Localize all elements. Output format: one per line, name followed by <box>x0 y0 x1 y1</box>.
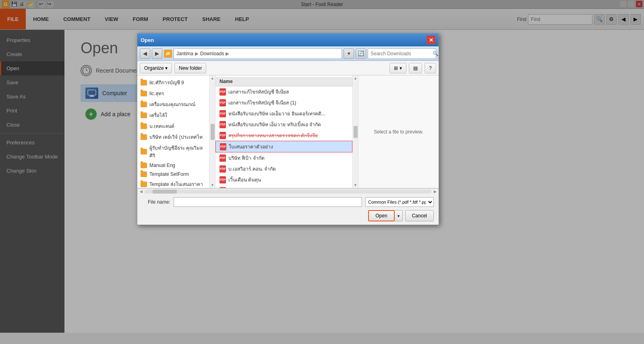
filename-input[interactable] <box>174 197 362 207</box>
folder-icon <box>141 91 147 96</box>
file-list: Name PDF เอกสารแก้ไขรหัสบัญชี จีเนียส PD… <box>215 75 352 188</box>
file-open-dialog: Open ✕ ◀ ▶ 📁 Jantima ▶ Downloads ▶ ▾ 🔄 🔍 <box>137 33 439 225</box>
left-scrollbar[interactable]: ▲ ▼ <box>210 75 215 188</box>
dialog-overlay: Open ✕ ◀ ▶ 📁 Jantima ▶ Downloads ▶ ▾ 🔄 🔍 <box>0 0 644 344</box>
new-folder-btn[interactable]: New folder <box>174 63 206 73</box>
file-row[interactable]: PDF หนังสือรับรองบริษัท เอ็มวาย ทริปเปิ้… <box>215 119 352 130</box>
pdf-icon: PDF <box>219 176 226 183</box>
h-scroll-thumb[interactable] <box>153 190 177 194</box>
folder-nav-icon: 📁 <box>164 50 172 58</box>
open-btn-label: Open <box>375 213 387 219</box>
scroll-right-btn2[interactable]: ▶ <box>432 190 438 194</box>
new-folder-label: New folder <box>179 65 202 71</box>
cancel-button[interactable]: Cancel <box>405 210 434 221</box>
pdf-icon: PDF <box>219 110 226 117</box>
folder-item[interactable]: เครื่องของคุณกรณภณ์ <box>137 99 209 110</box>
folder-name: เครื่องของคุณกรณภณ์ <box>149 100 195 108</box>
folder-list: lic.ศักิการบัญชี 9 lic.สุทร เครื่องของคุ… <box>137 75 210 188</box>
file-name: คู่มือการตรวจสอบความต้องการของระบบ <box>228 187 314 188</box>
folder-icon <box>141 171 147 177</box>
folder-item[interactable]: lic.ศักิการบัญชี 9 <box>137 77 209 88</box>
filetype-select[interactable]: Common Files (*.pdf *.fdf *.ppc <box>365 197 434 207</box>
preview-panel: Select a file to preview. <box>358 75 439 188</box>
pdf-icon: PDF <box>219 99 226 106</box>
folder-icon <box>141 113 147 118</box>
scroll-right-thumb[interactable] <box>354 126 358 138</box>
path-bar[interactable]: Jantima ▶ Downloads ▶ <box>174 48 342 59</box>
file-row[interactable]: PDF หนังสือรับรองบริษัท เอเอ็มวาย อินเตอ… <box>215 108 352 119</box>
file-row[interactable]: PDF คู่มือการตรวจสอบความต้องการของระบบ <box>215 185 352 188</box>
path-part-downloads: Downloads <box>200 51 224 56</box>
file-row[interactable]: PDF เอกสารแก้ไขรหัสบัญชี จีเนียส <box>215 86 352 97</box>
view-details-btn[interactable]: ▤ <box>409 63 422 73</box>
folder-name: lic.ศักิการบัญชี 9 <box>149 79 184 86</box>
folder-icon <box>141 80 147 85</box>
organize-btn[interactable]: Organize ▾ <box>140 63 172 73</box>
file-row[interactable]: PDF เวิ้นเดือน ต้นทุน <box>215 174 352 185</box>
path-part-jantima: Jantima <box>176 51 193 56</box>
file-name: สรุปกิจกาจทางหนางสารตรวจขตก ตักจีงจีย <box>228 131 318 139</box>
file-name: เอกสารแก้ไขรหัสบัญชี จีเนียส (1) <box>228 99 296 106</box>
scroll-up-right-btn[interactable]: ▲ <box>354 76 357 80</box>
view-options-btn[interactable]: ⊞▾ <box>389 63 406 73</box>
folder-item[interactable]: บริษัท เคย์เวิจ์ (ประเทศไท <box>137 131 209 142</box>
folder-item[interactable]: Template ส่งในเสนอราคา <box>137 179 209 188</box>
file-name: ใบเสนอราคาตัวอย่าง <box>229 143 273 150</box>
horizontal-scrollbar[interactable]: ◀ ▶ <box>137 188 439 194</box>
folder-name: ผู้รับทำบัญชีอีธระ คุณวิมลศิริ <box>149 144 206 159</box>
path-sep-1: ▶ <box>195 51 199 56</box>
open-button[interactable]: Open <box>368 210 394 221</box>
folder-name: บ.เทคแลนด์ <box>149 122 174 130</box>
folder-item[interactable]: ผู้รับทำบัญชีอีธระ คุณวิมลศิริ <box>137 142 209 161</box>
file-row[interactable]: PDF เอกสารแก้ไขรหัสบัญชี จีเนียส (1) <box>215 97 352 108</box>
file-row[interactable]: PDF บ.เอสวิอาร์.คอน. จำกัด <box>215 163 352 174</box>
file-name: บ.เอสวิอาร์.คอน. จำกัด <box>228 165 276 173</box>
pdf-icon: PDF <box>219 165 226 173</box>
folder-name: เครื่อไล้ใ <box>149 111 167 119</box>
pdf-icon: PDF <box>219 132 226 139</box>
folder-name: Manual Eng <box>149 163 175 168</box>
folder-name: บริษัท เคย์เวิจ์ (ประเทศไท <box>149 133 203 141</box>
scroll-down-right-btn[interactable]: ▼ <box>354 183 357 187</box>
folder-icon <box>141 134 147 140</box>
open-dropdown-arrow[interactable]: ▾ <box>395 210 403 221</box>
file-name: เวิ้นเดือน ต้นทุน <box>228 176 261 183</box>
folder-item[interactable]: Manual Eng <box>137 161 209 170</box>
folder-item[interactable]: บ.เทคแลนด์ <box>137 121 209 131</box>
folder-item[interactable]: Template SetForm <box>137 170 209 179</box>
search-input[interactable] <box>371 51 431 56</box>
nav-forward-btn[interactable]: ▶ <box>152 48 162 59</box>
organize-label: Organize ▾ <box>144 65 168 71</box>
folder-name: lic.สุทร <box>149 90 164 97</box>
file-row[interactable]: PDF สรุปกิจกาจทางหนางสารตรวจขตก ตักจีงจี… <box>215 130 352 141</box>
open-btn-group: Open ▾ <box>368 210 402 221</box>
file-row[interactable]: PDF บริษัท ฟีป้า จำกัด <box>215 152 352 163</box>
view-icon: ⊞ <box>394 65 398 71</box>
help-btn[interactable]: ? <box>425 63 436 73</box>
search-icon: 🔍 <box>433 51 439 56</box>
file-row-selected[interactable]: PDF ใบเสนอราคาตัวอย่าง <box>215 141 352 152</box>
pdf-icon: PDF <box>220 143 226 150</box>
folder-icon <box>141 149 147 154</box>
folder-name: Template ส่งในเสนอราคา <box>149 180 203 188</box>
search-box[interactable]: 🔍 <box>368 48 436 59</box>
folder-icon <box>141 163 147 168</box>
right-scrollbar[interactable]: ▲ ▼ <box>352 75 358 188</box>
folder-item[interactable]: lic.สุทร <box>137 88 209 99</box>
file-name: บริษัท ฟีป้า จำกัด <box>228 154 265 162</box>
scroll-left-btn[interactable]: ◀ <box>138 190 144 194</box>
folder-icon <box>141 123 147 129</box>
scroll-up-btn[interactable]: ▲ <box>211 76 214 80</box>
scroll-thumb[interactable] <box>211 124 215 140</box>
dialog-title: Open <box>141 37 154 43</box>
folder-icon <box>141 102 147 107</box>
scroll-down-btn[interactable]: ▼ <box>211 183 214 187</box>
folder-item[interactable]: เครื่อไล้ใ <box>137 110 209 121</box>
dialog-close-btn[interactable]: ✕ <box>427 35 435 44</box>
nav-back-btn[interactable]: ◀ <box>140 48 150 59</box>
folder-icon <box>141 181 147 187</box>
pdf-icon: PDF <box>219 121 226 128</box>
pdf-icon: PDF <box>219 154 226 162</box>
path-dropdown-btn[interactable]: ▾ <box>344 48 354 59</box>
refresh-btn[interactable]: 🔄 <box>356 48 366 59</box>
